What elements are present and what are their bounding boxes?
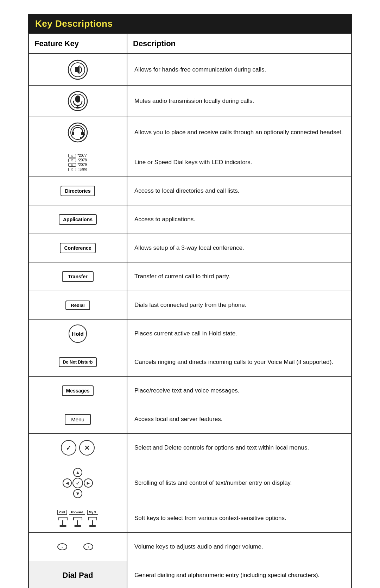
- row-applications: Applications Access to applications.: [29, 205, 351, 234]
- svg-text:-: -: [62, 545, 63, 550]
- speaker-icon: [67, 59, 88, 80]
- desc-cell-applications: Access to applications.: [127, 210, 351, 229]
- feature-cell-redial: Redial: [29, 291, 127, 319]
- row-dnd: Do Not Disturb Cancels ringing and direc…: [29, 348, 351, 377]
- row-hold: Hold Places current active call in Hold …: [29, 320, 351, 348]
- desc-cell-speaker: Allows for hands-free communication duri…: [127, 60, 351, 79]
- desc-cell-conference: Allows setup of a 3-way local conference…: [127, 239, 351, 258]
- dial-pad-label: Dial Pad: [63, 571, 93, 580]
- nav-cluster-icon: ▲ ▼ ◄ ► ✓: [62, 467, 94, 499]
- svg-text:+: +: [87, 545, 89, 550]
- svg-text:◄: ◄: [65, 480, 70, 486]
- hold-key-icon: Hold: [69, 324, 87, 343]
- row-headset: Allows you to place and receive calls th…: [29, 117, 351, 148]
- feature-cell-soft-keys: Call Forward My S: [29, 504, 127, 532]
- row-line-keys: *2077 *2078 *2079 ::Jane: [29, 148, 351, 177]
- row-redial: Redial Dials last connected party from t…: [29, 291, 351, 320]
- feature-cell-dnd: Do Not Disturb: [29, 348, 127, 376]
- row-menu: Menu Access local and server features.: [29, 405, 351, 434]
- desc-cell-dnd: Cancels ringing and directs incoming cal…: [127, 353, 351, 372]
- table-header-row: Feature Key Description: [29, 34, 351, 54]
- row-messages: Messages Place/receive text and voice me…: [29, 377, 351, 405]
- feature-key-table: Feature Key Description Allows for hands…: [28, 33, 352, 588]
- col-feature-header: Feature Key: [29, 34, 127, 53]
- svg-text:▲: ▲: [75, 470, 80, 475]
- page-container: Key Descriptions Feature Key Description: [28, 14, 352, 588]
- line-keys-icon: *2077 *2078 *2079 ::Jane: [68, 154, 87, 171]
- desc-cell-menu: Access local and server features.: [127, 410, 351, 429]
- feature-cell-hold: Hold: [29, 320, 127, 348]
- headset-icon: [67, 122, 88, 143]
- row-soft-keys: Call Forward My S: [29, 504, 351, 533]
- feature-cell-applications: Applications: [29, 205, 127, 234]
- col-description-header: Description: [127, 34, 351, 53]
- feature-cell-check-delete: ✓ ✕: [29, 434, 127, 462]
- feature-cell-headset: [29, 117, 127, 148]
- feature-cell-dial-pad: Dial Pad: [29, 561, 127, 588]
- feature-cell-messages: Messages: [29, 377, 127, 405]
- row-speaker: Allows for hands-free communication duri…: [29, 54, 351, 86]
- desc-cell-line-keys: Line or Speed Dial keys with LED indicat…: [127, 153, 351, 172]
- dnd-key-icon: Do Not Disturb: [59, 357, 97, 367]
- feature-cell-menu: Menu: [29, 405, 127, 433]
- desc-cell-volume: Volume keys to adjusts audio and ringer …: [127, 537, 351, 556]
- row-check-delete: ✓ ✕ Select and Delete controls for optio…: [29, 434, 351, 462]
- row-mute: Mutes audio transmission locally during …: [29, 86, 351, 117]
- applications-key-icon: Applications: [59, 214, 97, 225]
- messages-key-icon: Messages: [62, 385, 94, 396]
- section-title: Key Descriptions: [35, 18, 113, 29]
- svg-rect-10: [72, 132, 74, 135]
- feature-cell-line-keys: *2077 *2078 *2079 ::Jane: [29, 148, 127, 177]
- row-conference: Conference Allows setup of a 3-way local…: [29, 234, 351, 262]
- feature-cell-speaker: [29, 54, 127, 85]
- menu-key-icon: Menu: [65, 414, 91, 425]
- feature-cell-directories: Directories: [29, 177, 127, 205]
- soft-keys-icon: Call Forward My S: [57, 510, 98, 527]
- svg-text:✓: ✓: [76, 480, 80, 486]
- desc-cell-nav-cluster: Scrolling of lists and control of text/n…: [127, 474, 351, 493]
- svg-rect-5: [75, 95, 80, 103]
- redial-key-icon: Redial: [65, 301, 90, 310]
- svg-text:►: ►: [86, 480, 91, 486]
- svg-point-12: [80, 138, 81, 139]
- desc-cell-headset: Allows you to place and receive calls th…: [127, 123, 351, 142]
- desc-cell-check-delete: Select and Delete controls for options a…: [127, 438, 351, 457]
- feature-cell-mute: [29, 86, 127, 117]
- check-delete-icon: ✓ ✕: [61, 440, 95, 456]
- desc-cell-messages: Place/receive text and voice messages.: [127, 381, 351, 400]
- conference-key-icon: Conference: [60, 243, 95, 253]
- mute-icon: [67, 91, 88, 112]
- desc-cell-hold: Places current active call in Hold state…: [127, 324, 351, 343]
- desc-cell-redial: Dials last connected party from the phon…: [127, 296, 351, 315]
- desc-cell-soft-keys: Soft keys to select from various context…: [127, 509, 351, 528]
- directories-key-icon: Directories: [61, 186, 95, 196]
- row-nav-cluster: ▲ ▼ ◄ ► ✓ Scrolling of lists and control: [29, 462, 351, 504]
- transfer-key-icon: Transfer: [62, 271, 94, 282]
- row-volume: - + Volume keys to adjusts audio and rin…: [29, 533, 351, 561]
- row-directories: Directories Access to local directories …: [29, 177, 351, 205]
- feature-cell-nav-cluster: ▲ ▼ ◄ ► ✓: [29, 462, 127, 504]
- svg-text:▼: ▼: [75, 491, 80, 496]
- section-header: Key Descriptions: [28, 14, 352, 33]
- row-transfer: Transfer Transfer of current call to thi…: [29, 262, 351, 291]
- volume-icon: - +: [57, 543, 98, 551]
- feature-cell-transfer: Transfer: [29, 262, 127, 291]
- feature-cell-volume: - +: [29, 533, 127, 561]
- row-dial-pad: Dial Pad General dialing and alphanumeri…: [29, 561, 351, 588]
- desc-cell-transfer: Transfer of current call to third party.: [127, 267, 351, 286]
- desc-cell-directories: Access to local directories and call lis…: [127, 181, 351, 200]
- desc-cell-dial-pad: General dialing and alphanumeric entry (…: [127, 566, 351, 585]
- feature-cell-conference: Conference: [29, 234, 127, 262]
- desc-cell-mute: Mutes audio transmission locally during …: [127, 92, 351, 111]
